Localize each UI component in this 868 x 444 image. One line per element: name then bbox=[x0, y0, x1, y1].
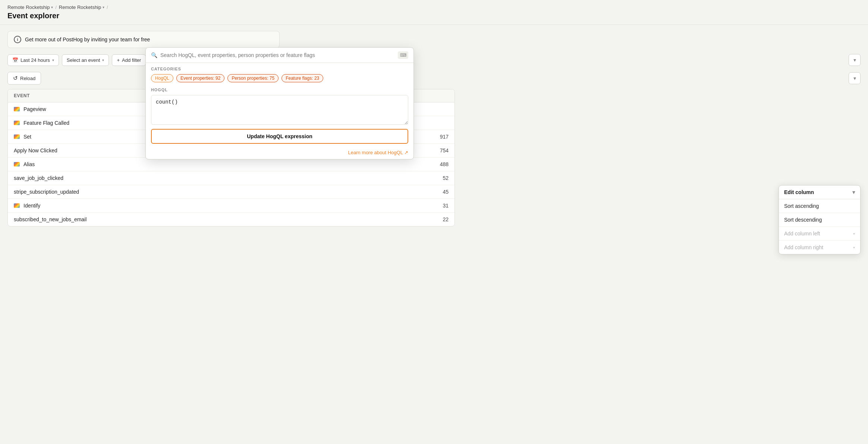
select-event-button[interactable]: Select an event ▾ bbox=[62, 54, 109, 66]
event-name: Identify bbox=[14, 203, 419, 209]
info-banner: i Get more out of PostHog by inviting yo… bbox=[7, 31, 280, 48]
event-icon bbox=[14, 107, 21, 112]
top-bar: Remote Rocketship ▾ / Remote Rocketship … bbox=[0, 0, 868, 25]
event-label: Identify bbox=[23, 203, 40, 209]
event-count: 22 bbox=[419, 216, 449, 222]
sort-ascending-label: Sort ascending bbox=[784, 203, 819, 209]
event-label: stripe_subscription_updated bbox=[14, 189, 79, 195]
category-feature-flags[interactable]: Feature flags: 23 bbox=[282, 74, 323, 82]
breadcrumb-label-1: Remote Rocketship bbox=[7, 4, 50, 10]
event-label: Apply Now Clicked bbox=[14, 148, 57, 153]
plus-icon: + bbox=[117, 57, 120, 63]
add-column-left-item[interactable]: Add column left ▾ bbox=[779, 227, 860, 241]
event-label: Set bbox=[23, 134, 31, 140]
event-name: stripe_subscription_updated bbox=[14, 189, 419, 195]
select-event-chevron: ▾ bbox=[102, 58, 104, 62]
sort-ascending-item[interactable]: Sort ascending bbox=[779, 199, 860, 213]
hogql-section: HOGQL count() Update HogQL expression bbox=[146, 85, 413, 149]
banner-text: Get more out of PostHog by inviting your… bbox=[25, 37, 150, 42]
event-icon bbox=[14, 120, 21, 126]
event-count: 754 bbox=[419, 148, 449, 153]
calendar-icon: 📅 bbox=[12, 57, 18, 63]
event-label: Feature Flag Called bbox=[23, 120, 69, 126]
breadcrumb-item-1[interactable]: Remote Rocketship ▾ bbox=[7, 4, 53, 10]
expand-button[interactable]: ▾ bbox=[849, 54, 861, 66]
add-column-left-chevron: ▾ bbox=[853, 232, 855, 236]
categories-row: HogQL Event properties: 92 Person proper… bbox=[151, 74, 408, 82]
expand-chevron: ▾ bbox=[853, 57, 856, 63]
edit-column-header: Edit column ▾ bbox=[779, 185, 860, 199]
breadcrumb-chevron-2: ▾ bbox=[103, 5, 104, 9]
add-column-right-chevron: ▾ bbox=[853, 245, 855, 250]
categories-section: CATEGORIES HogQL Event properties: 92 Pe… bbox=[146, 63, 413, 85]
category-hogql[interactable]: HogQL bbox=[151, 74, 173, 82]
table-row[interactable]: subscribed_to_new_jobs_email 22 bbox=[8, 213, 455, 226]
hogql-textarea[interactable]: count() bbox=[151, 95, 408, 125]
hogql-label: HOGQL bbox=[151, 88, 408, 92]
select-event-label: Select an event bbox=[67, 57, 100, 63]
learn-more-link[interactable]: Learn more about HogQL ↗ bbox=[146, 149, 413, 159]
page-title: Event explorer bbox=[7, 12, 861, 20]
add-column-right-label: Add column right bbox=[784, 244, 823, 250]
add-filter-button[interactable]: + Add filter bbox=[112, 54, 146, 66]
event-count: 917 bbox=[419, 134, 449, 140]
date-range-chevron: ▾ bbox=[52, 58, 54, 62]
table-row[interactable]: Alias 488 bbox=[8, 158, 455, 171]
event-label: subscribed_to_new_jobs_email bbox=[14, 216, 87, 222]
add-filter-label: Add filter bbox=[122, 57, 141, 63]
edit-column-dropdown: Edit column ▾ Sort ascending Sort descen… bbox=[779, 185, 861, 254]
event-count: 45 bbox=[419, 189, 449, 195]
event-count: 31 bbox=[419, 203, 449, 209]
event-count: 52 bbox=[419, 175, 449, 181]
reload-icon: ↺ bbox=[13, 75, 18, 82]
actions-expand-chevron: ▾ bbox=[853, 75, 856, 81]
search-input[interactable] bbox=[160, 52, 395, 58]
event-label: save_job_job_clicked bbox=[14, 175, 63, 181]
category-event-props[interactable]: Event properties: 92 bbox=[176, 74, 224, 82]
filter-row: 📅 Last 24 hours ▾ Select an event ▾ + Ad… bbox=[7, 54, 861, 66]
table-row[interactable]: stripe_subscription_updated 45 bbox=[8, 185, 455, 199]
breadcrumb-chevron-1: ▾ bbox=[51, 5, 53, 9]
categories-label: CATEGORIES bbox=[151, 67, 408, 71]
breadcrumb-sep-1: / bbox=[55, 5, 56, 10]
event-label: Alias bbox=[23, 161, 35, 167]
update-hogql-button[interactable]: Update HogQL expression bbox=[151, 129, 408, 144]
event-icon bbox=[14, 162, 21, 167]
sort-descending-item[interactable]: Sort descending bbox=[779, 213, 860, 227]
category-person-props[interactable]: Person properties: 75 bbox=[227, 74, 279, 82]
reload-button[interactable]: ↺ Reload bbox=[7, 72, 41, 85]
breadcrumb: Remote Rocketship ▾ / Remote Rocketship … bbox=[7, 4, 861, 10]
add-column-right-item[interactable]: Add column right ▾ bbox=[779, 241, 860, 254]
breadcrumb-item-2[interactable]: Remote Rocketship ▾ bbox=[59, 4, 104, 10]
search-input-row: 🔍 ⌨ bbox=[146, 48, 413, 63]
table-row[interactable]: Identify 31 bbox=[8, 199, 455, 213]
update-hogql-label: Update HogQL expression bbox=[247, 133, 312, 139]
date-range-button[interactable]: 📅 Last 24 hours ▾ bbox=[7, 54, 59, 66]
reload-label: Reload bbox=[20, 76, 35, 81]
info-icon: i bbox=[14, 36, 21, 43]
edit-column-title: Edit column bbox=[784, 189, 814, 195]
search-dropdown: 🔍 ⌨ CATEGORIES HogQL Event properties: 9… bbox=[145, 47, 414, 159]
event-name: Alias bbox=[14, 161, 419, 167]
sort-descending-label: Sort descending bbox=[784, 217, 822, 223]
keyboard-icon: ⌨ bbox=[398, 51, 408, 59]
date-range-label: Last 24 hours bbox=[21, 57, 50, 63]
learn-more-text: Learn more about HogQL ↗ bbox=[348, 150, 408, 155]
edit-column-chevron: ▾ bbox=[852, 189, 855, 195]
actions-expand-button[interactable]: ▾ bbox=[849, 72, 861, 84]
actions-row: ↺ Reload ▾ bbox=[7, 72, 861, 85]
event-count: 488 bbox=[419, 161, 449, 167]
table-row[interactable]: save_job_job_clicked 52 bbox=[8, 171, 455, 185]
event-name: save_job_job_clicked bbox=[14, 175, 419, 181]
main-content: i Get more out of PostHog by inviting yo… bbox=[0, 25, 868, 232]
search-icon: 🔍 bbox=[151, 52, 157, 58]
event-icon bbox=[14, 134, 21, 139]
event-icon bbox=[14, 203, 21, 208]
breadcrumb-sep-2: / bbox=[107, 5, 108, 10]
event-name: subscribed_to_new_jobs_email bbox=[14, 216, 419, 222]
col-count-header bbox=[419, 93, 449, 98]
add-column-left-label: Add column left bbox=[784, 231, 820, 237]
event-label: Pageview bbox=[23, 106, 46, 112]
breadcrumb-label-2: Remote Rocketship bbox=[59, 4, 101, 10]
